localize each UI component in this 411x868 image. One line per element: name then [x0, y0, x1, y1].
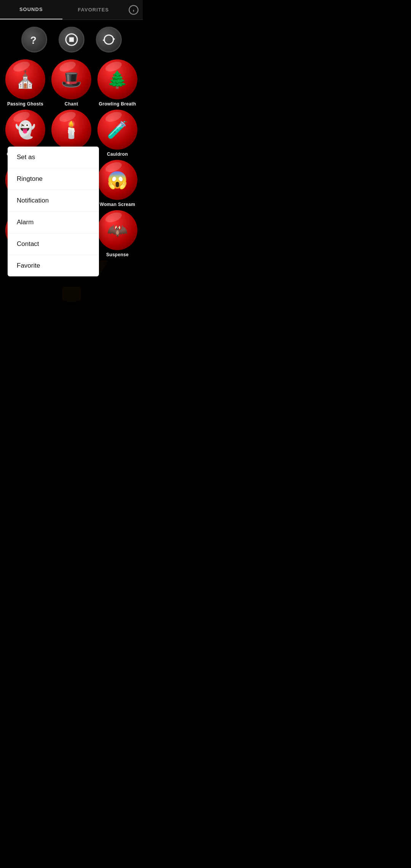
sound-item-suspense[interactable]: 🦇 Suspense — [96, 210, 139, 257]
context-menu-item-notification[interactable]: Notification — [8, 190, 99, 212]
svg-rect-8 — [67, 296, 76, 302]
control-row: ? — [0, 20, 143, 56]
context-menu: Set as Ringtone Notification Alarm Conta… — [8, 147, 99, 276]
context-menu-item-ringtone[interactable]: Ringtone — [8, 168, 99, 190]
context-menu-item-set-as[interactable]: Set as — [8, 147, 99, 168]
sound-item-cauldron[interactable]: 🧪 Cauldron — [96, 110, 139, 157]
context-menu-item-alarm[interactable]: Alarm — [8, 212, 99, 233]
tab-favorites[interactable]: FAVORITES — [62, 0, 125, 19]
info-button[interactable] — [124, 5, 143, 15]
context-menu-item-contact[interactable]: Contact — [8, 233, 99, 255]
context-menu-item-favorite[interactable]: Favorite — [8, 255, 99, 276]
info-icon — [128, 5, 139, 15]
loop-icon — [102, 33, 116, 46]
svg-marker-6 — [113, 37, 115, 41]
stop-button[interactable] — [59, 27, 84, 53]
svg-marker-7 — [102, 38, 105, 42]
sound-item-chant[interactable]: 🎩 Chant — [50, 59, 93, 107]
question-mark-icon: ? — [27, 33, 41, 46]
svg-rect-9 — [62, 287, 81, 301]
svg-rect-5 — [69, 37, 74, 42]
top-navigation: SOUNDS FAVORITES — [0, 0, 143, 20]
help-button[interactable]: ? — [21, 27, 47, 53]
sound-item-passing-ghosts[interactable]: ⛪ Passing Ghosts — [4, 59, 47, 107]
svg-text:?: ? — [30, 35, 37, 46]
loop-button[interactable] — [96, 27, 122, 53]
sound-item-growling-breath[interactable]: 🌲 Growling Breath — [96, 59, 139, 107]
tab-sounds[interactable]: SOUNDS — [0, 0, 62, 19]
stop-icon — [65, 33, 78, 46]
sound-item-woman-scream[interactable]: 😱 Woman Scream — [96, 160, 139, 207]
